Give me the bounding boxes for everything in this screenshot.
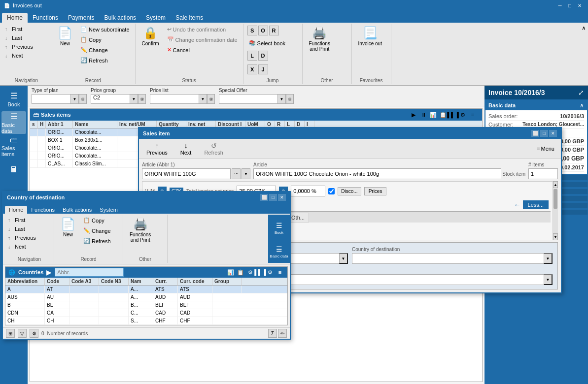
discount-input[interactable]: 0,0000 % [291, 186, 325, 196]
article-abbr1-dropdown[interactable]: ▼ [242, 168, 250, 179]
items-menu-button[interactable]: ≡ [468, 110, 477, 119]
country-refresh-button[interactable]: 🔄 Refresh [81, 236, 113, 246]
country-table-row[interactable]: CH CH S... CHF CHF [5, 317, 287, 325]
jump-j-button[interactable]: J [258, 64, 268, 74]
country-functions-print-button[interactable]: 🖨️ Functionsand Print [126, 216, 154, 244]
country-next-button[interactable]: Next [12, 242, 29, 251]
country-close-button[interactable]: ✕ [278, 194, 286, 201]
type-of-plan-input[interactable] [32, 94, 71, 104]
scroll-up-button[interactable]: ▲ [553, 181, 558, 188]
jump-o-button[interactable]: O [258, 26, 268, 35]
items-barcode-button[interactable]: ▌▌▐ [449, 110, 457, 119]
cancel-button[interactable]: ✕ Cancel [165, 45, 240, 55]
sales-item-restore-button[interactable]: ⬜ [531, 130, 539, 137]
undo-confirmation-button[interactable]: ↩ Undo the confirmation [165, 25, 240, 34]
country-change-button[interactable]: ✏️ Change [81, 226, 113, 235]
country-table-row[interactable]: B BE B... BEF BEF [5, 301, 287, 309]
new-button[interactable]: 📄 New [54, 25, 76, 48]
price-list-clear[interactable]: ⊞ [207, 94, 215, 104]
special-movement-dropdown[interactable]: ▼ [544, 274, 553, 285]
back-arrow-button[interactable]: ← [514, 201, 521, 209]
footer-funnel-button[interactable]: ▽ [18, 329, 27, 338]
sales-item-previous-button[interactable]: ↑ Previous [142, 140, 172, 157]
country-previous-button[interactable]: Previous [12, 233, 38, 242]
country-table-row[interactable]: CDN CA C... CAD CAD [5, 309, 287, 317]
confirm-button[interactable]: 🔒 Confirm [138, 25, 163, 48]
tab-home[interactable]: Home [2, 13, 28, 23]
price-group-clear[interactable]: ⊞ [138, 94, 146, 104]
previous-button[interactable]: Previous [9, 42, 35, 51]
country-first-button[interactable]: First [12, 216, 28, 224]
items-settings-button[interactable]: ⚙ [458, 110, 467, 119]
new-subordinate-button[interactable]: 📄 New subordinate [78, 25, 132, 34]
right-panel-expand-button[interactable]: ⤢ [578, 89, 584, 96]
country-restore-button[interactable]: ⬜ [260, 194, 268, 201]
footer-filter-button[interactable]: ⊞ [6, 329, 15, 338]
article-abbr1-input[interactable]: ORION WHITE 100G [142, 168, 231, 179]
special-offer-clear[interactable]: ⊞ [286, 94, 294, 104]
close-button[interactable]: ✕ [575, 1, 584, 9]
basic-data-collapse-button[interactable]: ∧ [580, 102, 584, 109]
maximize-button[interactable]: □ [565, 1, 574, 9]
functions-and-print-button[interactable]: 🖨️ Functionsand Print [306, 25, 334, 53]
country-sidebar-book[interactable]: ☰ Book [267, 217, 291, 239]
change-button[interactable]: ✏️ Change [78, 45, 132, 55]
article-input[interactable]: ORION WHITE 100G Chocolate Orion - white… [253, 168, 501, 179]
jump-s-button[interactable]: S [247, 26, 257, 35]
country-tab-functions[interactable]: Functions [27, 206, 59, 214]
jump-l-button[interactable]: L [247, 51, 257, 61]
price-list-dropdown[interactable]: ▼ [199, 94, 207, 104]
dialog-scrollbar[interactable]: ▲ ▼ [553, 181, 558, 240]
price-group-input[interactable]: C2 [91, 94, 130, 104]
tab-bulk-actions[interactable]: Bulk actions [99, 13, 141, 23]
last-button[interactable]: Last [9, 33, 25, 42]
country-tb-settings[interactable]: ⚙ [246, 268, 255, 277]
items-copy-button[interactable]: 📋 [439, 110, 448, 119]
country-tab-home[interactable]: Home [5, 206, 27, 214]
num-items-input[interactable]: 1 [528, 168, 558, 179]
footer-edit-button[interactable]: ✏ [278, 329, 287, 338]
price-list-input[interactable] [150, 94, 199, 104]
refresh-button[interactable]: 🔄 Refresh [78, 56, 132, 65]
country-tb-chart[interactable]: 📊 [226, 268, 235, 277]
country-table-row[interactable]: A AT A... ATS ATS [5, 286, 287, 293]
country-sidebar-basic-data[interactable]: ☰ Basic data [267, 240, 291, 263]
country-copy-button[interactable]: 📋 Copy [81, 216, 113, 225]
delivery-terms-dropdown[interactable]: ▼ [339, 253, 348, 264]
items-pause-button[interactable]: ⏸ [419, 110, 428, 119]
special-offer-dropdown[interactable]: ▼ [278, 94, 286, 104]
price-group-dropdown[interactable]: ▼ [130, 94, 138, 104]
first-button[interactable]: First [9, 25, 25, 33]
country-tb-menu[interactable]: ≡ [276, 268, 284, 277]
less-button[interactable]: Less... [523, 200, 549, 209]
sales-item-refresh-button[interactable]: ↺ Refresh [200, 140, 228, 157]
tab-payments[interactable]: Payments [63, 13, 99, 23]
sales-item-close-button[interactable]: ✕ [549, 130, 557, 137]
sidebar-item-book[interactable]: ☰ Book [1, 88, 26, 110]
country-search-input[interactable] [55, 268, 124, 277]
country-tab-bulk-actions[interactable]: Bulk actions [59, 206, 96, 214]
tab-functions[interactable]: Functions [28, 13, 63, 23]
article-abbr1-browse[interactable]: ⋯ [232, 168, 241, 179]
jump-d-button[interactable]: D [258, 51, 268, 61]
jump-r-button[interactable]: R [269, 26, 279, 35]
tab-system[interactable]: System [141, 13, 171, 23]
country-tb-gear[interactable]: ⚙ [266, 268, 275, 277]
sales-item-next-button[interactable]: ↓ Next [176, 140, 196, 157]
country-last-button[interactable]: Last [12, 224, 28, 233]
items-play-button[interactable]: ▶ [409, 110, 418, 119]
prices-button[interactable]: Prices [364, 187, 387, 195]
country-new-button[interactable]: 📄 New [57, 216, 79, 239]
type-of-plan-dropdown[interactable]: ▼ [71, 94, 79, 104]
items-chart-button[interactable]: 📊 [429, 110, 438, 119]
next-button[interactable]: Next [9, 51, 26, 60]
jump-x-button[interactable]: X [247, 64, 257, 74]
tab-sale-items[interactable]: Sale items [171, 13, 208, 23]
select-book-button[interactable]: 📚 Select book [246, 38, 288, 48]
change-confirmation-date-button[interactable]: 📅 Change confirmation date [165, 35, 240, 44]
country-tb-copy[interactable]: 📋 [236, 268, 245, 277]
country-table-row[interactable]: AUS AU A... AUD AUD [5, 293, 287, 301]
copy-button[interactable]: 📋 Copy [78, 35, 132, 44]
invoice-out-button[interactable]: 📃 Invoice out [355, 25, 385, 48]
sales-item-menu-button[interactable]: ≡ Menu [533, 144, 558, 153]
